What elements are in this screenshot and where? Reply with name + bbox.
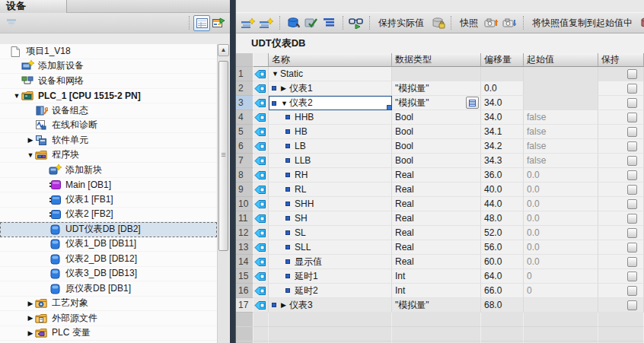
tree-item-仪表1_DB-[DB11][interactable]: 仪表1_DB [DB11] bbox=[0, 237, 217, 252]
row-number[interactable]: 9 bbox=[236, 183, 253, 197]
row-number[interactable]: 14 bbox=[236, 255, 253, 269]
row-number[interactable]: 11 bbox=[236, 211, 253, 226]
tree-item-仪表2_DB-[DB12][interactable]: 仪表2_DB [DB12] bbox=[0, 252, 217, 267]
scroll-up-icon[interactable]: ▲ bbox=[218, 44, 229, 56]
row-number[interactable]: 7 bbox=[236, 154, 253, 168]
datatype-cell[interactable] bbox=[392, 67, 481, 81]
name-cell[interactable]: 延时2 bbox=[269, 284, 392, 298]
tree-item-设备和网络[interactable]: 设备和网络 bbox=[0, 74, 217, 89]
tree-item-UDT仪表DB-[DB2][interactable]: UDT仪表DB [DB2] bbox=[0, 222, 217, 237]
row-number[interactable]: 15 bbox=[236, 269, 253, 284]
row-number[interactable]: 5 bbox=[236, 125, 253, 139]
tree-item-项目1_V18[interactable]: 项目1_V18 bbox=[0, 44, 217, 59]
header-datatype[interactable]: 数据类型 bbox=[392, 53, 481, 67]
name-cell[interactable]: 延时1 bbox=[269, 269, 392, 284]
chevron-right-icon[interactable]: ▶ bbox=[26, 314, 35, 322]
datatype-cell[interactable]: Bool bbox=[392, 125, 481, 139]
chevron-right-icon[interactable]: ▶ bbox=[26, 300, 35, 307]
datatype-cell[interactable]: Real bbox=[392, 183, 481, 197]
retain-checkbox[interactable] bbox=[627, 170, 637, 180]
name-cell[interactable]: ▶仪表1 bbox=[269, 81, 392, 96]
tree-item-添加新设备[interactable]: 添加新设备 bbox=[0, 59, 217, 75]
row-number[interactable]: 2 bbox=[236, 81, 253, 96]
retain-checkbox[interactable] bbox=[627, 199, 637, 209]
empty-table-row[interactable] bbox=[236, 313, 644, 327]
tree-item-在线和诊断[interactable]: 在线和诊断 bbox=[0, 119, 217, 134]
startvalue-cell[interactable]: false bbox=[524, 154, 598, 168]
tree-item-添加新块[interactable]: 添加新块 bbox=[0, 163, 217, 178]
chevron-right-icon[interactable]: ▶ bbox=[281, 301, 289, 309]
filter-icon[interactable] bbox=[3, 15, 20, 31]
startvalue-cell[interactable]: false bbox=[524, 125, 598, 139]
datatype-cell[interactable]: "模拟量" bbox=[392, 81, 481, 96]
retain-checkbox[interactable] bbox=[627, 69, 637, 79]
row-number[interactable]: 3 bbox=[236, 96, 253, 110]
startvalue-cell[interactable]: false bbox=[524, 139, 598, 154]
name-cell[interactable]: SL bbox=[269, 226, 392, 240]
startvalue-cell[interactable] bbox=[524, 96, 598, 110]
retain-checkbox[interactable] bbox=[627, 98, 637, 108]
row-number[interactable]: 1 bbox=[236, 67, 253, 81]
copy-snapshot-to-start-button[interactable]: 将快照值复制到起始值中 bbox=[528, 17, 637, 30]
datatype-cell[interactable]: Bool bbox=[392, 154, 481, 168]
name-cell[interactable]: SH bbox=[269, 211, 392, 226]
row-number[interactable]: 12 bbox=[236, 226, 253, 240]
insert-row-icon[interactable] bbox=[239, 15, 257, 31]
name-cell[interactable]: SHH bbox=[269, 197, 392, 211]
compile-check-icon[interactable] bbox=[302, 15, 320, 31]
tree-item-设备组态[interactable]: 设备组态 bbox=[0, 103, 217, 119]
retain-checkbox[interactable] bbox=[627, 127, 637, 137]
startvalue-cell[interactable]: 0 bbox=[524, 284, 598, 298]
tree-item-仪表1-[FB1][interactable]: 仪表1 [FB1] bbox=[0, 192, 217, 208]
expand-members-icon[interactable] bbox=[320, 15, 339, 31]
tree-item-工艺对象[interactable]: ▶工艺对象 bbox=[0, 297, 217, 312]
tree-item-PLC_1-[CPU-1515-2-PN][interactable]: ▼PLC_1 [CPU 1515-2 PN] bbox=[0, 89, 217, 104]
retain-checkbox[interactable] bbox=[627, 243, 637, 252]
startvalue-cell[interactable]: 0.0 bbox=[524, 168, 598, 183]
name-cell[interactable]: ▼Static bbox=[269, 67, 392, 81]
retain-checkbox[interactable] bbox=[627, 156, 637, 166]
chevron-down-icon[interactable]: ▼ bbox=[12, 92, 21, 100]
datatype-cell[interactable]: "模拟量" bbox=[392, 298, 481, 313]
name-cell[interactable]: ▼仪表2 bbox=[269, 96, 392, 110]
pane-splitter[interactable] bbox=[230, 0, 236, 343]
startvalue-cell[interactable]: false bbox=[524, 110, 598, 125]
retain-checkbox[interactable] bbox=[627, 214, 637, 224]
row-number[interactable]: 8 bbox=[236, 168, 253, 183]
row-number[interactable]: 13 bbox=[236, 240, 253, 255]
datatype-cell[interactable]: Real bbox=[392, 255, 481, 269]
monitor-all-icon[interactable] bbox=[347, 15, 365, 31]
header-offset[interactable]: 偏移量 bbox=[481, 53, 524, 67]
tree-item-程序块[interactable]: ▼程序块 bbox=[0, 148, 217, 164]
header-startvalue[interactable]: 起始值 bbox=[524, 53, 598, 67]
tree-item-仪表3_DB-[DB13][interactable]: 仪表3_DB [DB13] bbox=[0, 267, 217, 282]
details-view-toggle-icon[interactable] bbox=[193, 15, 210, 31]
retain-checkbox[interactable] bbox=[627, 84, 637, 94]
tree-item-Main-[OB1][interactable]: Main [OB1] bbox=[0, 178, 217, 193]
startvalue-cell[interactable] bbox=[524, 298, 598, 313]
name-cell[interactable]: 显示值 bbox=[269, 255, 392, 269]
retain-checkbox[interactable] bbox=[627, 286, 637, 296]
row-number[interactable]: 6 bbox=[236, 139, 253, 154]
row-number[interactable]: 10 bbox=[236, 197, 253, 211]
retain-checkbox[interactable] bbox=[627, 257, 637, 267]
tree-scrollbar[interactable]: ▲ bbox=[217, 44, 229, 343]
row-number[interactable]: 16 bbox=[236, 284, 253, 298]
datatype-cell[interactable]: Real bbox=[392, 240, 481, 255]
row-number[interactable]: 17 bbox=[236, 298, 253, 313]
open-editor-icon[interactable] bbox=[210, 15, 227, 31]
retain-db-icon[interactable] bbox=[429, 15, 447, 31]
chevron-down-icon[interactable]: ▼ bbox=[26, 151, 35, 159]
datatype-cell[interactable]: Bool bbox=[392, 139, 481, 154]
startvalue-cell[interactable] bbox=[524, 81, 598, 96]
name-cell[interactable]: RH bbox=[269, 168, 392, 183]
retain-checkbox[interactable] bbox=[627, 113, 637, 122]
name-cell[interactable]: HB bbox=[269, 125, 392, 139]
header-name[interactable]: 名称 bbox=[269, 53, 392, 67]
snapshot-button[interactable]: 快照 bbox=[455, 17, 483, 30]
copy-db-start-icon[interactable] bbox=[637, 15, 644, 31]
tree-item-PLC-变量[interactable]: ▶PLC 变量 bbox=[0, 326, 217, 341]
startvalue-cell[interactable]: 0.0 bbox=[524, 255, 598, 269]
tab-devices[interactable]: 设备 bbox=[0, 0, 67, 13]
startvalue-cell[interactable]: 0.0 bbox=[524, 197, 598, 211]
